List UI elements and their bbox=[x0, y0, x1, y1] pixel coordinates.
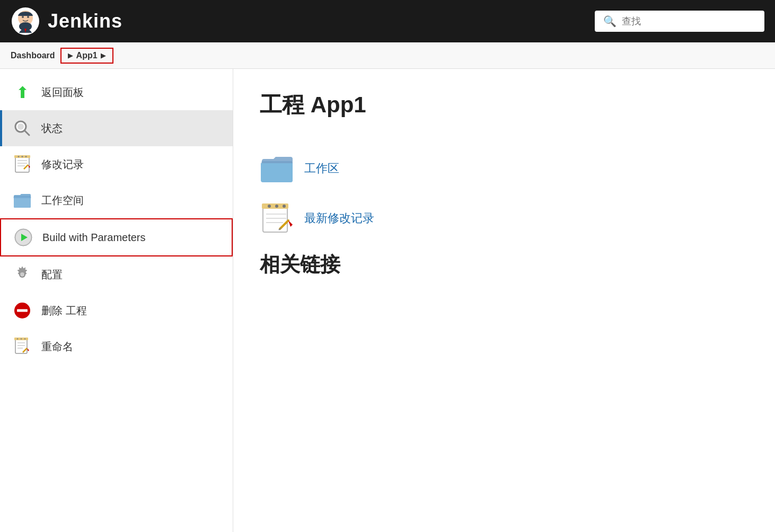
search-box: 🔍 bbox=[595, 11, 764, 32]
sidebar-label-build-params: Build with Parameters bbox=[42, 232, 146, 244]
breadcrumb-app1-label[interactable]: App1 bbox=[76, 51, 98, 60]
section-title: 相关链接 bbox=[260, 251, 748, 278]
sidebar-item-workspace[interactable]: 工作空间 bbox=[0, 182, 233, 218]
sidebar-label-changes: 修改记录 bbox=[41, 157, 84, 172]
main-layout: ⬆ 返回面板 状态 bbox=[0, 69, 775, 532]
sidebar-label-configure: 配置 bbox=[41, 268, 63, 282]
play-build-icon bbox=[14, 228, 33, 247]
latest-changes-link-item[interactable]: 最新修改记录 bbox=[260, 201, 748, 235]
svg-point-30 bbox=[17, 338, 18, 339]
sidebar-label-workspace: 工作空间 bbox=[41, 193, 84, 208]
search-magnify-icon bbox=[13, 119, 32, 138]
sidebar-item-build-params[interactable]: Build with Parameters bbox=[0, 218, 233, 256]
header: Jenkins 🔍 bbox=[0, 0, 775, 42]
svg-point-32 bbox=[24, 338, 25, 339]
sidebar-label-rename: 重命名 bbox=[41, 340, 73, 354]
svg-point-37 bbox=[268, 205, 271, 208]
workspace-link-item[interactable]: 工作区 bbox=[260, 152, 748, 185]
search-icon: 🔍 bbox=[603, 15, 617, 28]
breadcrumb-dashboard[interactable]: Dashboard bbox=[11, 51, 55, 60]
svg-point-39 bbox=[283, 205, 286, 208]
sidebar-item-status[interactable]: 状态 bbox=[0, 110, 233, 146]
sidebar: ⬆ 返回面板 状态 bbox=[0, 69, 233, 532]
svg-marker-44 bbox=[288, 220, 293, 227]
svg-point-15 bbox=[25, 156, 27, 157]
sidebar-label-status: 状态 bbox=[41, 121, 63, 136]
svg-point-13 bbox=[18, 156, 20, 157]
notepad-icon bbox=[13, 155, 32, 174]
sidebar-label-delete: 删除 工程 bbox=[41, 304, 87, 318]
workspace-folder-icon bbox=[260, 152, 294, 185]
content-area: 工程 App1 工作区 bbox=[233, 69, 775, 532]
svg-point-4 bbox=[27, 16, 29, 18]
sidebar-item-rename[interactable]: 重命名 bbox=[0, 329, 233, 365]
sidebar-item-changes[interactable]: 修改记录 bbox=[0, 146, 233, 182]
notepad-edit-icon bbox=[13, 337, 32, 356]
page-title: 工程 App1 bbox=[260, 90, 748, 120]
svg-point-7 bbox=[17, 123, 24, 130]
sidebar-label-back: 返回面板 bbox=[41, 85, 84, 100]
svg-rect-25 bbox=[15, 339, 27, 353]
svg-line-6 bbox=[24, 130, 29, 135]
svg-rect-8 bbox=[15, 156, 29, 172]
svg-point-22 bbox=[20, 272, 24, 277]
up-arrow-icon: ⬆ bbox=[13, 83, 32, 102]
sidebar-item-delete[interactable]: 删除 工程 bbox=[0, 292, 233, 329]
svg-point-3 bbox=[22, 16, 24, 18]
sidebar-item-configure[interactable]: 配置 bbox=[0, 256, 233, 292]
svg-point-14 bbox=[22, 156, 23, 157]
jenkins-logo bbox=[11, 6, 40, 36]
breadcrumb-arrow-left: ▶ bbox=[68, 51, 73, 59]
latest-changes-notepad-icon bbox=[260, 201, 294, 235]
no-entry-icon bbox=[13, 301, 32, 320]
sidebar-item-back[interactable]: ⬆ 返回面板 bbox=[0, 74, 233, 110]
breadcrumb: Dashboard ▶ App1 ▶ bbox=[0, 42, 775, 69]
latest-changes-link-text[interactable]: 最新修改记录 bbox=[304, 210, 374, 226]
header-left: Jenkins bbox=[11, 6, 122, 36]
app-title: Jenkins bbox=[48, 10, 122, 32]
breadcrumb-arrow-right: ▶ bbox=[101, 51, 106, 59]
folder-icon bbox=[13, 191, 32, 210]
search-input[interactable] bbox=[622, 16, 749, 27]
gear-icon bbox=[13, 265, 32, 284]
svg-rect-24 bbox=[17, 309, 28, 312]
svg-point-31 bbox=[21, 338, 22, 339]
svg-point-38 bbox=[275, 205, 278, 208]
workspace-link-text[interactable]: 工作区 bbox=[304, 161, 339, 176]
breadcrumb-app1[interactable]: ▶ App1 ▶ bbox=[60, 48, 113, 64]
